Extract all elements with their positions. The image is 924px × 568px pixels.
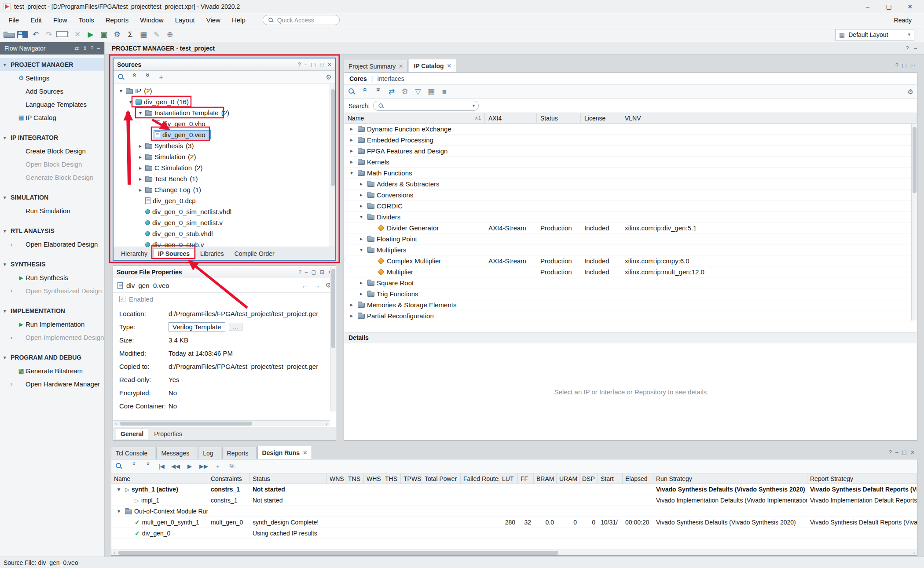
catalog-row[interactable]: Dynamic Function eXchange	[344, 124, 917, 135]
flow-nav-item[interactable]: Run Implementation	[0, 317, 104, 331]
tree-expander[interactable]	[357, 291, 365, 297]
column-header[interactable]: Total Power	[422, 473, 461, 484]
window-icon[interactable]: –	[304, 62, 308, 68]
flow-nav-item[interactable]: Open Block Design	[0, 157, 104, 171]
chevron-down-icon[interactable]	[4, 308, 11, 314]
catalog-row[interactable]: Multipliers	[344, 244, 917, 255]
create-run-icon[interactable]: +	[213, 462, 222, 471]
window-icon[interactable]: ▢	[311, 62, 316, 68]
tree-expander[interactable]	[115, 486, 123, 492]
enabled-checkbox[interactable]	[119, 296, 125, 302]
group-by-icon[interactable]: ⇄	[387, 87, 396, 96]
scrollbar[interactable]: ‹ ›	[111, 550, 917, 555]
window-icon[interactable]: ✕	[910, 449, 915, 455]
catalog-search-input[interactable]: ▾	[373, 101, 479, 111]
flow-nav-section-header[interactable]: PROJECT MANAGER	[0, 58, 104, 71]
play-icon[interactable]: ▶	[185, 462, 194, 471]
tree-row[interactable]: Simulation (2)	[114, 151, 335, 162]
scrollbar[interactable]	[911, 124, 917, 320]
probe-icon[interactable]: ⊕	[164, 29, 176, 40]
window-icon[interactable]: ?	[298, 269, 301, 275]
chevron-down-icon[interactable]	[4, 228, 11, 234]
tree-expander[interactable]	[357, 203, 365, 209]
collapse-all-icon[interactable]: «	[129, 462, 138, 471]
column-header[interactable]: AXI4	[485, 113, 537, 123]
run-icon[interactable]: ▶	[85, 29, 96, 40]
details-header[interactable]: Details	[344, 332, 917, 343]
flow-nav-item[interactable]: Language Templates	[0, 98, 104, 111]
tree-expander[interactable]	[357, 236, 365, 242]
tree-row[interactable]: div_gen_0_stub.v	[114, 239, 335, 247]
flow-nav-item[interactable]: Run Synthesis	[0, 271, 104, 284]
scrollbar[interactable]: ‹ ›	[113, 420, 330, 426]
tree-row[interactable]: div_gen_0_sim_netlist.v	[114, 217, 335, 228]
flow-nav-item[interactable]: Add Sources	[0, 84, 104, 98]
catalog-row[interactable]: Embedded Processing	[344, 135, 917, 146]
tree-row[interactable]: Synthesis (3)	[114, 140, 335, 151]
tree-row[interactable]: div_gen_0_stub.vhdl	[114, 228, 335, 239]
search-icon[interactable]	[115, 462, 124, 471]
catalog-row[interactable]: Floating Point	[344, 233, 917, 244]
chevron-down-icon[interactable]	[4, 135, 11, 141]
tree-expander[interactable]	[348, 313, 356, 319]
search-icon[interactable]	[348, 87, 356, 96]
catalog-row[interactable]: CORDIC	[344, 200, 917, 211]
window-icon[interactable]: –	[895, 449, 898, 455]
expand-all-icon[interactable]: »	[374, 87, 383, 96]
console-tab[interactable]: Log	[198, 447, 221, 459]
column-header[interactable]: TPWS	[401, 473, 422, 484]
details-toggle-icon[interactable]: ■	[440, 87, 449, 96]
flow-nav-item[interactable]: Open Synthesized Design	[0, 284, 104, 297]
menu-item[interactable]: Tools	[73, 13, 100, 27]
menu-item[interactable]: File	[3, 13, 25, 27]
delete-icon[interactable]: ✕	[72, 29, 83, 40]
sum-icon[interactable]: Σ	[125, 29, 136, 40]
save-icon[interactable]	[17, 31, 28, 38]
run-row[interactable]: synth_1 (active) constrs_1 Not started	[111, 484, 917, 495]
subtab-cores[interactable]: Cores	[349, 75, 367, 82]
column-header[interactable]: Failed Routes	[461, 473, 499, 484]
edit-icon[interactable]: ✎	[151, 29, 162, 40]
filter-icon[interactable]: ▽	[414, 87, 422, 96]
catalog-row[interactable]: Dividers	[344, 211, 917, 222]
chevron-down-icon[interactable]	[4, 355, 11, 360]
panel-header-icon[interactable]: ⇄	[75, 45, 79, 51]
catalog-row[interactable]: FPGA Features and Design	[344, 146, 917, 157]
flow-nav-item[interactable]: Generate Block Design	[0, 171, 104, 184]
copy-icon[interactable]	[56, 31, 68, 37]
window-icon[interactable]: ⊡	[910, 62, 915, 69]
flow-nav-section-header[interactable]: IP INTEGRATOR	[0, 131, 104, 144]
column-header[interactable]: License	[581, 113, 621, 123]
catalog-row[interactable]: Math Functions	[344, 167, 917, 178]
document-tab[interactable]: Project Summary✕	[344, 60, 408, 72]
flow-nav-section-header[interactable]: IMPLEMENTATION	[0, 304, 104, 317]
tree-expander[interactable]	[348, 148, 356, 154]
tree-expander[interactable]	[357, 181, 365, 187]
view-tab[interactable]: General	[116, 429, 148, 439]
view-tab[interactable]: Properties	[149, 429, 187, 439]
flow-nav-item[interactable]: Generate Bitstream	[0, 364, 104, 377]
tree-expander[interactable]	[136, 110, 144, 116]
view-tab[interactable]: Hierarchy	[116, 248, 152, 259]
catalog-row[interactable]: Complex Multiplier AXI4-Stream Productio…	[344, 255, 917, 266]
column-header[interactable]: Run Strategy	[653, 473, 807, 484]
expand-all-icon[interactable]: »	[143, 462, 152, 471]
column-header[interactable]: THS	[382, 473, 401, 484]
scrollbar[interactable]	[330, 267, 336, 411]
window-icon[interactable]: ⊡	[319, 62, 324, 68]
panel-header-icon[interactable]: ?	[906, 45, 909, 51]
window-icon[interactable]: ?	[889, 449, 892, 455]
nav-arrow-icon[interactable]: ←	[302, 282, 308, 289]
chevron-down-icon[interactable]	[4, 62, 11, 68]
redo-icon[interactable]: ↷	[43, 29, 55, 40]
catalog-row[interactable]: Memories & Storage Elements	[344, 299, 917, 310]
column-header[interactable]: Report Strategy	[807, 473, 917, 484]
chevron-down-icon[interactable]	[4, 195, 11, 200]
collapse-all-icon[interactable]: «	[130, 73, 139, 82]
undo-icon[interactable]: ↶	[30, 29, 41, 40]
chevron-down-icon[interactable]	[4, 262, 11, 267]
tree-expander[interactable]	[127, 99, 135, 105]
column-header[interactable]: BRAM	[534, 473, 557, 484]
flow-nav-item[interactable]: Create Block Design	[0, 144, 104, 157]
window-icon[interactable]: ?	[895, 62, 898, 69]
